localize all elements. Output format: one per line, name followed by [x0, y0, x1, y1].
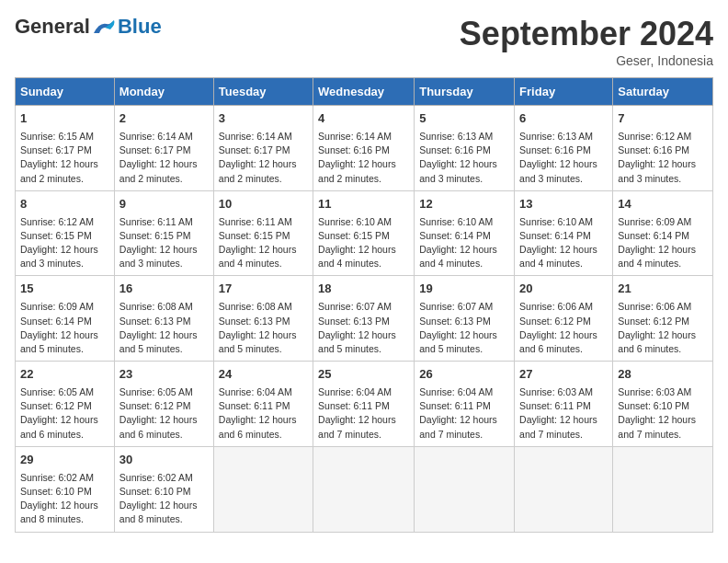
day-info: Sunrise: 6:13 AMSunset: 6:16 PMDaylight:… [519, 130, 608, 186]
day-info: Sunrise: 6:07 AMSunset: 6:13 PMDaylight:… [419, 300, 509, 356]
calendar-day-cell: 25Sunrise: 6:04 AMSunset: 6:11 PMDayligh… [313, 362, 415, 447]
day-number: 21 [618, 281, 708, 298]
calendar-day-cell: 4Sunrise: 6:14 AMSunset: 6:16 PMDaylight… [313, 106, 415, 191]
calendar-day-header: Saturday [613, 78, 713, 106]
day-info: Sunrise: 6:06 AMSunset: 6:12 PMDaylight:… [519, 300, 608, 356]
calendar-day-cell: 15Sunrise: 6:09 AMSunset: 6:14 PMDayligh… [16, 276, 115, 362]
calendar-day-header: Tuesday [213, 78, 313, 106]
day-number: 27 [519, 366, 608, 384]
calendar-day-cell: 28Sunrise: 6:03 AMSunset: 6:10 PMDayligh… [613, 362, 713, 447]
day-info: Sunrise: 6:09 AMSunset: 6:14 PMDaylight:… [20, 300, 109, 356]
day-info: Sunrise: 6:02 AMSunset: 6:10 PMDaylight:… [119, 471, 209, 527]
day-info: Sunrise: 6:03 AMSunset: 6:10 PMDaylight:… [618, 385, 708, 442]
day-number: 30 [119, 452, 209, 469]
day-info: Sunrise: 6:04 AMSunset: 6:11 PMDaylight:… [419, 385, 509, 442]
calendar-day-header: Thursday [415, 78, 515, 106]
page-header: General Blue September 2024 Geser, Indon… [15, 15, 713, 68]
calendar-day-cell: 12Sunrise: 6:10 AMSunset: 6:14 PMDayligh… [415, 190, 515, 276]
day-number: 14 [618, 196, 708, 213]
day-number: 13 [519, 196, 608, 213]
day-info: Sunrise: 6:08 AMSunset: 6:13 PMDaylight:… [119, 300, 209, 356]
day-info: Sunrise: 6:14 AMSunset: 6:16 PMDaylight:… [318, 130, 409, 186]
day-number: 6 [519, 110, 608, 128]
calendar-day-cell: 11Sunrise: 6:10 AMSunset: 6:15 PMDayligh… [313, 190, 415, 276]
calendar-day-cell: 2Sunrise: 6:14 AMSunset: 6:17 PMDaylight… [114, 106, 213, 191]
day-number: 1 [20, 110, 109, 128]
calendar-week-row: 22Sunrise: 6:05 AMSunset: 6:12 PMDayligh… [16, 362, 713, 447]
day-info: Sunrise: 6:12 AMSunset: 6:16 PMDaylight:… [618, 130, 708, 186]
calendar-day-cell: 19Sunrise: 6:07 AMSunset: 6:13 PMDayligh… [415, 276, 515, 362]
calendar-day-cell: 30Sunrise: 6:02 AMSunset: 6:10 PMDayligh… [114, 446, 213, 532]
day-number: 22 [20, 366, 109, 384]
day-number: 28 [618, 366, 708, 384]
day-info: Sunrise: 6:04 AMSunset: 6:11 PMDaylight:… [219, 385, 308, 442]
day-info: Sunrise: 6:10 AMSunset: 6:14 PMDaylight:… [419, 215, 509, 271]
day-info: Sunrise: 6:02 AMSunset: 6:10 PMDaylight:… [20, 471, 109, 527]
calendar-day-cell: 21Sunrise: 6:06 AMSunset: 6:12 PMDayligh… [613, 276, 713, 362]
day-info: Sunrise: 6:05 AMSunset: 6:12 PMDaylight:… [119, 385, 209, 442]
calendar-day-cell: 22Sunrise: 6:05 AMSunset: 6:12 PMDayligh… [16, 362, 115, 447]
calendar-day-cell: 8Sunrise: 6:12 AMSunset: 6:15 PMDaylight… [16, 190, 115, 276]
calendar-week-row: 1Sunrise: 6:15 AMSunset: 6:17 PMDaylight… [16, 106, 713, 191]
day-number: 29 [20, 452, 109, 469]
calendar-day-cell [213, 446, 313, 532]
calendar-day-cell [613, 446, 713, 532]
day-number: 15 [20, 281, 109, 298]
day-info: Sunrise: 6:15 AMSunset: 6:17 PMDaylight:… [20, 130, 109, 186]
calendar-day-cell: 7Sunrise: 6:12 AMSunset: 6:16 PMDaylight… [613, 106, 713, 191]
calendar-day-cell: 26Sunrise: 6:04 AMSunset: 6:11 PMDayligh… [415, 362, 515, 447]
location-text: Geser, Indonesia [460, 53, 713, 68]
calendar-day-cell: 29Sunrise: 6:02 AMSunset: 6:10 PMDayligh… [16, 446, 115, 532]
calendar-day-cell: 14Sunrise: 6:09 AMSunset: 6:14 PMDayligh… [613, 190, 713, 276]
day-info: Sunrise: 6:05 AMSunset: 6:12 PMDaylight:… [20, 385, 109, 442]
day-info: Sunrise: 6:09 AMSunset: 6:14 PMDaylight:… [618, 215, 708, 271]
day-info: Sunrise: 6:11 AMSunset: 6:15 PMDaylight:… [219, 215, 308, 271]
calendar-day-cell: 24Sunrise: 6:04 AMSunset: 6:11 PMDayligh… [213, 362, 313, 447]
day-number: 5 [419, 110, 509, 128]
day-info: Sunrise: 6:06 AMSunset: 6:12 PMDaylight:… [618, 300, 708, 356]
calendar-day-cell: 27Sunrise: 6:03 AMSunset: 6:11 PMDayligh… [515, 362, 613, 447]
day-number: 17 [219, 281, 308, 298]
calendar-day-cell [415, 446, 515, 532]
calendar-day-cell: 10Sunrise: 6:11 AMSunset: 6:15 PMDayligh… [213, 190, 313, 276]
day-number: 23 [119, 366, 209, 384]
day-number: 3 [219, 110, 308, 128]
day-info: Sunrise: 6:04 AMSunset: 6:11 PMDaylight:… [318, 385, 409, 442]
calendar-day-cell: 17Sunrise: 6:08 AMSunset: 6:13 PMDayligh… [213, 276, 313, 362]
day-number: 12 [419, 196, 509, 213]
day-number: 8 [20, 196, 109, 213]
day-number: 7 [618, 110, 708, 128]
calendar-day-cell: 9Sunrise: 6:11 AMSunset: 6:15 PMDaylight… [114, 190, 213, 276]
title-block: September 2024 Geser, Indonesia [460, 15, 713, 68]
day-info: Sunrise: 6:08 AMSunset: 6:13 PMDaylight:… [219, 300, 308, 356]
calendar-day-header: Wednesday [313, 78, 415, 106]
calendar-table: SundayMondayTuesdayWednesdayThursdayFrid… [15, 77, 713, 533]
logo-bird-icon [92, 17, 118, 37]
day-info: Sunrise: 6:12 AMSunset: 6:15 PMDaylight:… [20, 215, 109, 271]
day-number: 25 [318, 366, 409, 384]
day-number: 16 [119, 281, 209, 298]
day-number: 19 [419, 281, 509, 298]
day-number: 18 [318, 281, 409, 298]
calendar-day-cell: 3Sunrise: 6:14 AMSunset: 6:17 PMDaylight… [213, 106, 313, 191]
calendar-header-row: SundayMondayTuesdayWednesdayThursdayFrid… [16, 78, 713, 106]
day-info: Sunrise: 6:10 AMSunset: 6:15 PMDaylight:… [318, 215, 409, 271]
calendar-day-cell: 16Sunrise: 6:08 AMSunset: 6:13 PMDayligh… [114, 276, 213, 362]
calendar-day-cell: 13Sunrise: 6:10 AMSunset: 6:14 PMDayligh… [515, 190, 613, 276]
calendar-day-cell [515, 446, 613, 532]
day-info: Sunrise: 6:03 AMSunset: 6:11 PMDaylight:… [519, 385, 608, 442]
day-info: Sunrise: 6:13 AMSunset: 6:16 PMDaylight:… [419, 130, 509, 186]
calendar-day-header: Sunday [16, 78, 115, 106]
calendar-week-row: 29Sunrise: 6:02 AMSunset: 6:10 PMDayligh… [16, 446, 713, 532]
calendar-week-row: 15Sunrise: 6:09 AMSunset: 6:14 PMDayligh… [16, 276, 713, 362]
day-number: 10 [219, 196, 308, 213]
calendar-day-cell [313, 446, 415, 532]
logo-blue-text: Blue [118, 15, 162, 39]
calendar-body: 1Sunrise: 6:15 AMSunset: 6:17 PMDaylight… [16, 106, 713, 533]
calendar-week-row: 8Sunrise: 6:12 AMSunset: 6:15 PMDaylight… [16, 190, 713, 276]
day-number: 26 [419, 366, 509, 384]
day-number: 20 [519, 281, 608, 298]
day-info: Sunrise: 6:14 AMSunset: 6:17 PMDaylight:… [119, 130, 209, 186]
month-title: September 2024 [460, 15, 713, 53]
calendar-day-header: Friday [515, 78, 613, 106]
